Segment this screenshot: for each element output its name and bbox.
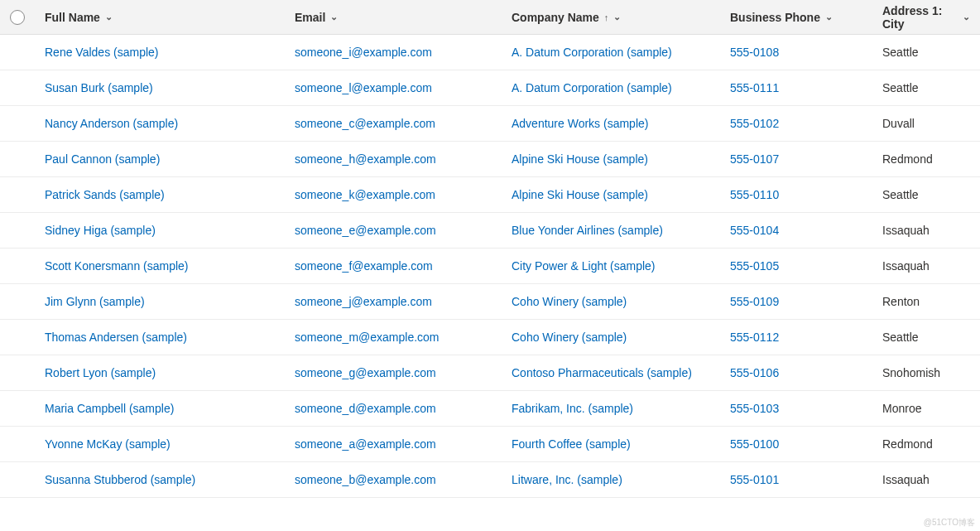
cell-city: Snohomish — [872, 366, 980, 379]
phone-link[interactable]: 555-0102 — [730, 117, 779, 130]
cell-company: Litware, Inc. (sample) — [502, 473, 720, 486]
table-row[interactable]: Jim Glynn (sample) someone_j@example.com… — [0, 284, 980, 320]
email-link[interactable]: someone_b@example.com — [295, 473, 436, 486]
chevron-down-icon: ⌄ — [825, 12, 833, 22]
cell-phone: 555-0111 — [720, 81, 872, 94]
city-text: Redmond — [882, 437, 933, 451]
phone-link[interactable]: 555-0101 — [730, 473, 779, 486]
company-link[interactable]: Fourth Coffee (sample) — [512, 437, 631, 451]
company-link[interactable]: A. Datum Corporation (sample) — [512, 81, 672, 94]
email-link[interactable]: someone_j@example.com — [295, 295, 432, 308]
cell-company: Fourth Coffee (sample) — [502, 437, 720, 451]
email-link[interactable]: someone_h@example.com — [295, 152, 436, 166]
phone-link[interactable]: 555-0112 — [730, 331, 779, 344]
company-link[interactable]: City Power & Light (sample) — [512, 259, 656, 273]
fullname-link[interactable]: Susan Burk (sample) — [45, 81, 153, 94]
fullname-link[interactable]: Robert Lyon (sample) — [45, 366, 156, 379]
table-row[interactable]: Nancy Anderson (sample) someone_c@exampl… — [0, 106, 980, 142]
email-link[interactable]: someone_m@example.com — [295, 331, 440, 344]
email-link[interactable]: someone_f@example.com — [295, 259, 433, 273]
cell-fullname: Yvonne McKay (sample) — [35, 437, 285, 451]
company-link[interactable]: Alpine Ski House (sample) — [512, 188, 648, 201]
city-text: Duvall — [882, 117, 915, 130]
col-header-company[interactable]: Company Name ↑ ⌄ — [502, 11, 720, 24]
cell-email: someone_b@example.com — [285, 473, 502, 486]
phone-link[interactable]: 555-0105 — [730, 259, 779, 273]
col-header-city[interactable]: Address 1: City ⌄ — [872, 4, 980, 31]
company-link[interactable]: Coho Winery (sample) — [512, 331, 627, 344]
city-text: Seattle — [882, 46, 919, 59]
city-text: Issaquah — [882, 473, 930, 486]
select-all-checkbox[interactable] — [10, 10, 25, 25]
phone-link[interactable]: 555-0104 — [730, 224, 779, 237]
cell-fullname: Nancy Anderson (sample) — [35, 117, 285, 130]
phone-link[interactable]: 555-0109 — [730, 295, 779, 308]
cell-company: Coho Winery (sample) — [502, 331, 720, 344]
table-row[interactable]: Paul Cannon (sample) someone_h@example.c… — [0, 142, 980, 177]
company-link[interactable]: Litware, Inc. (sample) — [512, 473, 622, 486]
table-row[interactable]: Susan Burk (sample) someone_l@example.co… — [0, 70, 980, 106]
table-row[interactable]: Rene Valdes (sample) someone_i@example.c… — [0, 35, 980, 70]
col-header-email[interactable]: Email ⌄ — [285, 11, 502, 24]
table-row[interactable]: Maria Campbell (sample) someone_d@exampl… — [0, 391, 980, 427]
cell-phone: 555-0103 — [720, 402, 872, 415]
cell-phone: 555-0104 — [720, 224, 872, 237]
phone-link[interactable]: 555-0100 — [730, 437, 779, 451]
email-link[interactable]: someone_d@example.com — [295, 402, 436, 415]
email-link[interactable]: someone_i@example.com — [295, 46, 432, 59]
table-row[interactable]: Yvonne McKay (sample) someone_a@example.… — [0, 427, 980, 462]
fullname-link[interactable]: Maria Campbell (sample) — [45, 402, 174, 415]
table-row[interactable]: Robert Lyon (sample) someone_g@example.c… — [0, 355, 980, 391]
table-row[interactable]: Sidney Higa (sample) someone_e@example.c… — [0, 213, 980, 249]
fullname-link[interactable]: Yvonne McKay (sample) — [45, 437, 171, 451]
table-row[interactable]: Susanna Stubberod (sample) someone_b@exa… — [0, 462, 980, 498]
fullname-link[interactable]: Susanna Stubberod (sample) — [45, 473, 195, 486]
select-all-cell — [0, 10, 35, 25]
email-link[interactable]: someone_e@example.com — [295, 224, 436, 237]
company-link[interactable]: Contoso Pharmaceuticals (sample) — [512, 366, 692, 379]
phone-link[interactable]: 555-0106 — [730, 366, 779, 379]
city-text: Seattle — [882, 331, 919, 344]
phone-link[interactable]: 555-0107 — [730, 152, 779, 166]
cell-city: Seattle — [872, 81, 980, 94]
email-link[interactable]: someone_a@example.com — [295, 437, 436, 451]
col-header-fullname[interactable]: Full Name ⌄ — [35, 11, 285, 24]
fullname-link[interactable]: Scott Konersmann (sample) — [45, 259, 189, 273]
company-link[interactable]: Adventure Works (sample) — [512, 117, 648, 130]
table-row[interactable]: Scott Konersmann (sample) someone_f@exam… — [0, 249, 980, 284]
fullname-link[interactable]: Patrick Sands (sample) — [45, 188, 165, 201]
city-text: Seattle — [882, 188, 919, 201]
cell-company: City Power & Light (sample) — [502, 259, 720, 273]
email-link[interactable]: someone_g@example.com — [295, 366, 436, 379]
city-text: Issaquah — [882, 224, 930, 237]
email-link[interactable]: someone_c@example.com — [295, 117, 435, 130]
company-link[interactable]: Fabrikam, Inc. (sample) — [512, 402, 633, 415]
email-link[interactable]: someone_l@example.com — [295, 81, 432, 94]
fullname-link[interactable]: Paul Cannon (sample) — [45, 152, 160, 166]
cell-company: Blue Yonder Airlines (sample) — [502, 224, 720, 237]
phone-link[interactable]: 555-0108 — [730, 46, 779, 59]
fullname-link[interactable]: Rene Valdes (sample) — [45, 46, 158, 59]
cell-phone: 555-0107 — [720, 152, 872, 166]
phone-link[interactable]: 555-0110 — [730, 188, 779, 201]
phone-link[interactable]: 555-0111 — [730, 81, 779, 94]
company-link[interactable]: Blue Yonder Airlines (sample) — [512, 224, 663, 237]
cell-fullname: Susan Burk (sample) — [35, 81, 285, 94]
fullname-link[interactable]: Nancy Anderson (sample) — [45, 117, 178, 130]
company-link[interactable]: A. Datum Corporation (sample) — [512, 46, 672, 59]
fullname-link[interactable]: Jim Glynn (sample) — [45, 295, 145, 308]
table-row[interactable]: Patrick Sands (sample) someone_k@example… — [0, 177, 980, 213]
phone-link[interactable]: 555-0103 — [730, 402, 779, 415]
col-header-phone[interactable]: Business Phone ⌄ — [720, 11, 872, 24]
company-link[interactable]: Alpine Ski House (sample) — [512, 152, 648, 166]
fullname-link[interactable]: Thomas Andersen (sample) — [45, 331, 187, 344]
fullname-link[interactable]: Sidney Higa (sample) — [45, 224, 156, 237]
cell-fullname: Thomas Andersen (sample) — [35, 331, 285, 344]
city-text: Seattle — [882, 81, 919, 94]
company-link[interactable]: Coho Winery (sample) — [512, 295, 627, 308]
cell-fullname: Rene Valdes (sample) — [35, 46, 285, 59]
col-header-city-label: Address 1: City — [882, 4, 958, 31]
email-link[interactable]: someone_k@example.com — [295, 188, 435, 201]
table-row[interactable]: Thomas Andersen (sample) someone_m@examp… — [0, 320, 980, 355]
cell-fullname: Robert Lyon (sample) — [35, 366, 285, 379]
